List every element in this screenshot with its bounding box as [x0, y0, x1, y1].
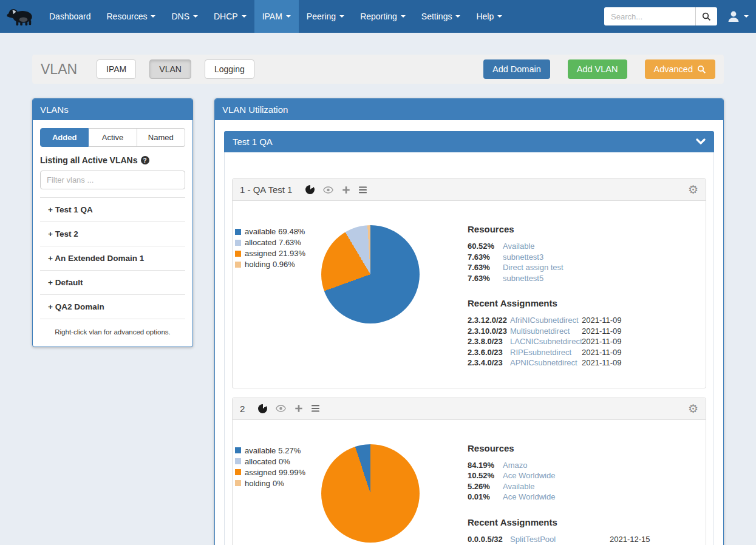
resource-link[interactable]: Ace Worldwide: [503, 470, 555, 481]
resource-link[interactable]: Amazo: [503, 460, 527, 471]
recent-assignment-row: 2.3.12.0/22AfriNICsubnetdirect2021-11-09: [468, 315, 622, 326]
legend-swatch: [235, 480, 241, 486]
caret-down-icon: [339, 15, 344, 18]
tab-ipam[interactable]: IPAM: [97, 59, 136, 79]
vlan-list-item[interactable]: + An Extended Domain 1: [40, 246, 185, 271]
legend-item: holding0.96%: [235, 260, 321, 269]
nav-item-dashboard[interactable]: Dashboard: [41, 0, 99, 33]
recent-assignment-row: 2.3.6.0/23RIPEsubnetdirect2021-11-09: [468, 347, 622, 358]
plus-icon[interactable]: [295, 404, 303, 413]
tab-named[interactable]: Named: [137, 128, 185, 147]
gear-icon[interactable]: ⚙: [688, 184, 698, 195]
nav-item-dns[interactable]: DNS: [163, 0, 206, 33]
legend-swatch: [235, 251, 241, 257]
resource-link[interactable]: Available: [503, 241, 535, 252]
tab-logging[interactable]: Logging: [205, 59, 254, 79]
nav-item-peering[interactable]: Peering: [299, 0, 352, 33]
vlan-list-item[interactable]: + Test 2: [40, 222, 185, 246]
vlan-section-1: 1 - QA Test 1: [232, 178, 706, 388]
user-menu[interactable]: [727, 10, 749, 23]
caret-down-icon: [497, 15, 502, 18]
caret-down-icon: [286, 15, 291, 18]
search-button[interactable]: [695, 7, 717, 25]
resource-row: 7.63%subnettest5: [468, 273, 622, 284]
vlan-list: + Test 1 QA + Test 2 + An Extended Domai…: [40, 197, 185, 319]
resource-row: 84.19%Amazo: [468, 460, 650, 471]
listing-label: Listing all Active VLANs ?: [40, 155, 185, 165]
recent-assignments-heading: Recent Assignments: [468, 298, 622, 308]
resource-link[interactable]: Ace Worldwide: [503, 492, 555, 503]
chevron-down-icon[interactable]: [696, 138, 706, 145]
legend-swatch: [235, 229, 241, 235]
add-domain-button[interactable]: Add Domain: [483, 59, 550, 79]
caret-down-icon: [193, 15, 198, 18]
tapir-logo-icon: [6, 5, 35, 27]
tab-added[interactable]: Added: [40, 128, 89, 147]
resource-link[interactable]: subnettest5: [503, 273, 543, 284]
recent-assignment-row: 2.3.8.0/23LACNICsubnetdirect2021-11-09: [468, 336, 622, 347]
eye-icon[interactable]: [323, 186, 333, 194]
assignment-link[interactable]: APNICsubnetdirect: [510, 357, 582, 368]
resources-heading: Resources: [468, 224, 622, 234]
resource-row: 5.26%Available: [468, 481, 650, 492]
view-tabs: IPAM VLAN Logging: [97, 59, 254, 79]
assignment-link[interactable]: AfriNICsubnetdirect: [510, 315, 582, 326]
brand-logo[interactable]: [0, 0, 41, 33]
nav-item-ipam[interactable]: IPAM: [254, 0, 299, 33]
vlans-panel: VLANs Added Active Named Listing all Act…: [32, 98, 193, 347]
global-search-input[interactable]: [604, 7, 695, 25]
resource-row: 0.01%Ace Worldwide: [468, 492, 650, 503]
vlans-panel-title: VLANs: [33, 99, 192, 120]
legend-swatch: [235, 458, 241, 464]
assignment-link[interactable]: RIPEsubnetdirect: [510, 347, 582, 358]
section-title: 1 - QA Test 1: [240, 184, 292, 195]
resource-link[interactable]: Available: [503, 481, 535, 492]
advanced-search-button[interactable]: Advanced: [645, 59, 716, 79]
top-navbar: Dashboard Resources DNS DHCP IPAM Peerin…: [0, 0, 756, 33]
caret-down-icon: [744, 15, 749, 18]
vlan-section-2: 2: [232, 398, 706, 545]
list-menu-icon[interactable]: [312, 405, 320, 412]
nav-item-settings[interactable]: Settings: [414, 0, 469, 33]
legend-item: allocated7.63%: [235, 238, 321, 247]
nav-item-help[interactable]: Help: [468, 0, 510, 33]
assignment-link[interactable]: Multisubnetdirect: [510, 326, 582, 337]
utilization-pie-chart[interactable]: [321, 225, 420, 323]
legend-swatch: [235, 469, 241, 475]
legend-item: available5.27%: [235, 446, 321, 455]
vlan-list-item[interactable]: + Default: [40, 271, 185, 295]
tab-active[interactable]: Active: [89, 128, 137, 147]
caret-down-icon: [401, 15, 406, 18]
tab-vlan[interactable]: VLAN: [149, 59, 191, 79]
vlan-list-item[interactable]: + QA2 Domain: [40, 295, 185, 319]
resource-link[interactable]: Direct assign test: [503, 262, 564, 273]
vlan-list-item[interactable]: + Test 1 QA: [40, 198, 185, 222]
filter-vlans-input[interactable]: [40, 171, 185, 189]
legend-swatch: [235, 262, 241, 268]
plus-icon[interactable]: [342, 186, 350, 194]
legend-item: allocated0%: [235, 457, 321, 466]
pie-chart-icon[interactable]: [305, 185, 315, 194]
recent-assignments-heading: Recent Assignments: [468, 517, 650, 527]
gear-icon[interactable]: ⚙: [688, 403, 698, 415]
search-icon: [697, 65, 706, 74]
add-vlan-button[interactable]: Add VLAN: [568, 59, 627, 79]
nav-item-reporting[interactable]: Reporting: [352, 0, 414, 33]
resource-row: 7.63%Direct assign test: [468, 262, 622, 273]
utilization-pie-chart[interactable]: [321, 444, 420, 543]
caret-down-icon: [242, 15, 247, 18]
help-question-icon[interactable]: ?: [141, 156, 149, 164]
pie-chart-icon[interactable]: [258, 404, 267, 413]
resources-heading: Resources: [468, 443, 650, 453]
nav-item-resources[interactable]: Resources: [99, 0, 164, 33]
assignment-link[interactable]: LACNICsubnetdirect: [510, 336, 582, 347]
nav-item-dhcp[interactable]: DHCP: [206, 0, 254, 33]
resource-link[interactable]: subnettest3: [503, 252, 543, 263]
vlan-utilization-title: VLAN Utilization: [215, 99, 723, 120]
assignment-link[interactable]: SplitTestPool: [510, 534, 610, 545]
sidebar-footnote: Right-click vlan for advanced options.: [40, 328, 185, 336]
list-menu-icon[interactable]: [359, 186, 367, 194]
resource-row: 60.52%Available: [468, 241, 622, 252]
eye-icon[interactable]: [276, 405, 286, 412]
domain-panel-header[interactable]: Test 1 QA: [224, 131, 714, 152]
